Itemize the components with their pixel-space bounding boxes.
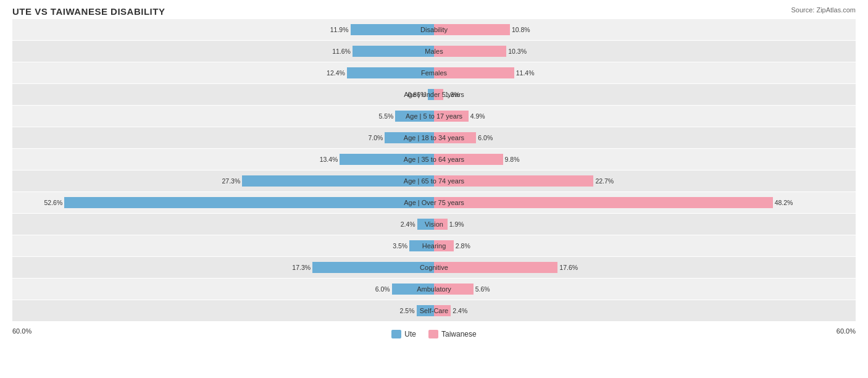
ute-value: 11.9%	[330, 26, 349, 33]
left-section: 11.6%	[12, 41, 434, 62]
chart-row: 12.4%11.4%Females	[12, 62, 856, 83]
left-section: 27.3%	[12, 170, 434, 191]
right-section: 22.7%	[434, 170, 856, 191]
right-section: 1.9%	[434, 214, 856, 235]
chart-row: 5.5%4.9%Age | 5 to 17 years	[12, 106, 856, 127]
right-section: 2.8%	[434, 235, 856, 256]
ute-bar	[409, 240, 434, 251]
taiwanese-bar	[434, 175, 593, 187]
ute-value: 3.5%	[393, 242, 407, 250]
taiwanese-bar	[434, 240, 454, 251]
chart-title: UTE VS TAIWANESE DISABILITY	[12, 6, 856, 17]
right-section: 9.8%	[434, 149, 856, 170]
left-section: 5.5%	[12, 106, 434, 127]
ute-value: 2.5%	[400, 307, 415, 314]
left-section: 2.4%	[12, 214, 434, 235]
ute-value: 0.86%	[407, 91, 426, 98]
taiwanese-bar	[434, 154, 503, 165]
ute-value: 6.0%	[375, 285, 390, 293]
taiwanese-value: 10.3%	[508, 48, 527, 55]
taiwanese-value: 22.7%	[595, 177, 614, 185]
left-section: 0.86%	[12, 84, 434, 105]
chart-row: 17.3%17.6%Cognitive	[12, 257, 856, 278]
taiwanese-value: 2.4%	[453, 307, 467, 314]
left-section: 17.3%	[12, 257, 434, 278]
chart-row: 11.6%10.3%Males	[12, 41, 856, 62]
ute-bar	[64, 197, 434, 208]
taiwanese-bar	[434, 111, 469, 122]
chart-row: 11.9%10.8%Disability	[12, 19, 856, 40]
ute-legend-box	[391, 330, 401, 338]
taiwanese-value: 6.0%	[478, 134, 493, 141]
taiwanese-legend-label: Taiwanese	[441, 330, 477, 338]
taiwanese-bar	[434, 197, 773, 208]
taiwanese-bar	[434, 305, 451, 316]
ute-bar	[385, 132, 434, 143]
right-section: 48.2%	[434, 192, 856, 213]
taiwanese-value: 9.8%	[505, 156, 520, 163]
taiwanese-value: 4.9%	[470, 112, 485, 120]
chart-row: 2.5%2.4%Self-Care	[12, 300, 856, 321]
chart-row: 52.6%48.2%Age | Over 75 years	[12, 192, 856, 213]
ute-value: 52.6%	[44, 199, 62, 206]
chart-row: 0.86%1.3%Age | Under 5 years	[12, 84, 856, 105]
axis-left-label: 60.0%	[12, 327, 31, 338]
taiwanese-bar	[434, 24, 510, 35]
right-section: 1.3%	[434, 84, 856, 105]
ute-bar	[428, 89, 434, 100]
chart-row: 7.0%6.0%Age | 18 to 34 years	[12, 127, 856, 148]
chart-container: UTE VS TAIWANESE DISABILITY Source: ZipA…	[0, 0, 868, 378]
left-section: 7.0%	[12, 127, 434, 148]
ute-bar	[340, 154, 434, 165]
taiwanese-bar	[434, 67, 514, 78]
ute-bar	[417, 305, 434, 316]
taiwanese-value: 1.9%	[449, 220, 464, 228]
taiwanese-value: 11.4%	[516, 69, 535, 77]
taiwanese-bar	[434, 262, 557, 273]
chart-row: 27.3%22.7%Age | 65 to 74 years	[12, 170, 856, 191]
taiwanese-legend-box	[428, 330, 438, 338]
ute-value: 7.0%	[368, 134, 383, 141]
left-section: 3.5%	[12, 235, 434, 256]
ute-value: 11.6%	[332, 48, 351, 55]
taiwanese-value: 1.3%	[445, 91, 460, 98]
ute-bar	[242, 175, 434, 187]
right-section: 11.4%	[434, 62, 856, 83]
taiwanese-bar	[434, 284, 474, 295]
taiwanese-value: 10.8%	[512, 26, 530, 33]
ute-bar	[347, 67, 434, 78]
ute-bar	[351, 24, 434, 35]
ute-value: 13.4%	[320, 156, 338, 163]
source-text: Source: ZipAtlas.com	[791, 6, 856, 14]
taiwanese-bar	[434, 219, 448, 230]
chart-row: 13.4%9.8%Age | 35 to 64 years	[12, 149, 856, 170]
ute-bar	[392, 284, 434, 295]
taiwanese-value: 5.6%	[475, 285, 490, 293]
taiwanese-bar	[434, 46, 506, 57]
left-section: 52.6%	[12, 192, 434, 213]
chart-row: 3.5%2.8%Hearing	[12, 235, 856, 256]
taiwanese-bar	[434, 132, 476, 143]
right-section: 17.6%	[434, 257, 856, 278]
chart-area: 11.9%10.8%Disability11.6%10.3%Males12.4%…	[12, 19, 856, 325]
chart-row: 2.4%1.9%Vision	[12, 214, 856, 235]
ute-bar	[395, 111, 434, 122]
right-section: 10.8%	[434, 19, 856, 40]
right-section: 6.0%	[434, 127, 856, 148]
left-section: 13.4%	[12, 149, 434, 170]
right-section: 5.6%	[434, 279, 856, 300]
axis-right-label: 60.0%	[837, 327, 856, 338]
taiwanese-value: 17.6%	[559, 264, 578, 271]
ute-legend-label: Ute	[404, 330, 416, 338]
taiwanese-value: 2.8%	[456, 242, 470, 250]
chart-row: 6.0%5.6%Ambulatory	[12, 279, 856, 300]
taiwanese-value: 48.2%	[775, 199, 793, 206]
left-section: 11.9%	[12, 19, 434, 40]
ute-value: 2.4%	[401, 220, 415, 228]
ute-bar	[353, 46, 434, 57]
right-section: 10.3%	[434, 41, 856, 62]
axis-bottom: 60.0% Ute Taiwanese 60.0%	[12, 327, 856, 338]
ute-value: 5.5%	[378, 112, 393, 120]
ute-bar	[312, 262, 434, 273]
left-section: 6.0%	[12, 279, 434, 300]
